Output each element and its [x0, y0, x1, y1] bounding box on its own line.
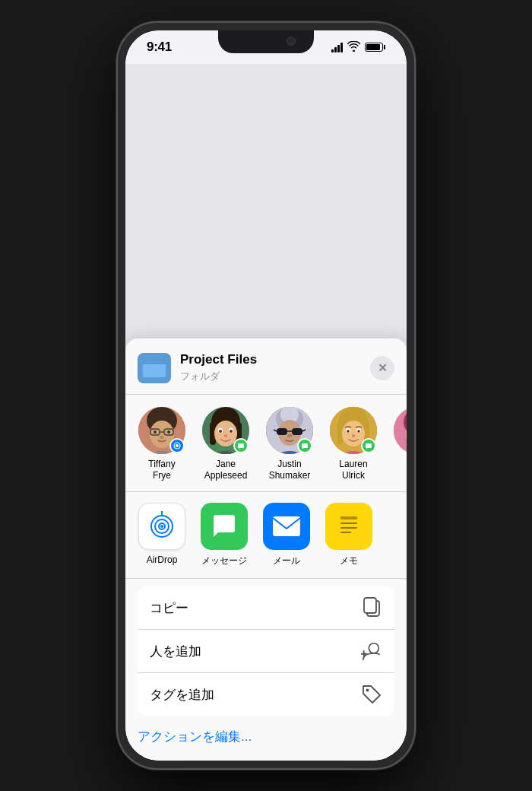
svg-rect-61 [340, 516, 357, 519]
edit-actions-link[interactable]: アクションを編集... [138, 729, 252, 744]
sheet-header: Project Files フォルダ ✕ [125, 338, 407, 394]
notch [218, 30, 314, 53]
svg-point-8 [160, 436, 164, 439]
sheet-title: Project Files [180, 352, 370, 367]
contact-avatar-wrapper-jane [202, 407, 249, 454]
sheet-subtitle: フォルダ [180, 370, 370, 383]
status-time: 9:41 [147, 40, 172, 55]
svg-rect-60 [340, 532, 351, 533]
share-sheet: Project Files フォルダ ✕ [125, 338, 407, 761]
messages-badge-lauren [361, 438, 376, 453]
wifi-icon [347, 41, 360, 54]
messages-badge-jane [233, 438, 249, 453]
phone-screen: 9:41 [125, 30, 407, 761]
battery-icon [365, 43, 385, 52]
add-person-label: 人を追加 [150, 643, 201, 660]
app-airdrop[interactable]: AirDrop [131, 503, 192, 567]
header-text: Project Files フォルダ [180, 352, 370, 383]
notes-label: メモ [340, 554, 358, 567]
contact-avatar-wrapper [138, 407, 185, 454]
copy-label: コピー [150, 599, 188, 617]
avatar-extra [394, 407, 407, 454]
add-person-action[interactable]: 人を追加 [138, 629, 394, 672]
contact-name-lauren: LaurenUlrick [339, 459, 367, 482]
copy-icon [361, 597, 382, 618]
messages-label: メッセージ [201, 554, 247, 567]
svg-point-45 [357, 430, 360, 433]
notes-app-icon [325, 503, 372, 550]
svg-point-6 [154, 430, 157, 434]
app-mail[interactable]: メール [256, 503, 317, 567]
status-icons [331, 41, 385, 54]
airdrop-label: AirDrop [147, 554, 178, 565]
close-button[interactable]: ✕ [370, 356, 394, 380]
action-list: コピー 人を追加 [138, 586, 394, 716]
svg-point-10 [176, 444, 179, 447]
app-notes[interactable]: メモ [318, 503, 379, 567]
folder-icon [138, 353, 171, 383]
add-person-icon [361, 640, 382, 662]
contact-tiffany[interactable]: TiffanyFrye [131, 407, 192, 482]
svg-point-7 [167, 430, 170, 434]
airdrop-badge [169, 438, 185, 453]
contact-avatar-wrapper-extra [394, 407, 407, 454]
tag-icon [361, 684, 382, 705]
copy-action[interactable]: コピー [138, 586, 394, 629]
svg-rect-29 [277, 428, 287, 435]
messages-badge-justin [297, 438, 312, 453]
svg-point-44 [347, 430, 350, 433]
add-tag-label: タグを追加 [150, 686, 214, 704]
svg-point-20 [219, 430, 222, 433]
contact-name-jane: JaneAppleseed [204, 459, 248, 482]
svg-point-34 [287, 434, 292, 437]
svg-point-64 [369, 643, 378, 653]
contact-name-justin: JustinShumaker [269, 459, 311, 482]
contact-avatar-wrapper-lauren [330, 407, 377, 454]
contact-avatar-wrapper-justin [266, 407, 313, 454]
svg-rect-59 [340, 527, 357, 529]
mail-label: メール [273, 554, 300, 567]
camera-notch [287, 37, 296, 46]
svg-rect-30 [292, 428, 302, 435]
svg-rect-58 [340, 523, 357, 524]
svg-point-21 [230, 430, 233, 433]
svg-rect-48 [394, 407, 407, 454]
add-tag-action[interactable]: タグを追加 [138, 672, 394, 716]
svg-point-46 [352, 434, 356, 437]
app-messages[interactable]: メッセージ [194, 503, 255, 567]
airdrop-app-icon [138, 503, 185, 550]
contact-extra[interactable] [387, 407, 407, 482]
contact-justin[interactable]: JustinShumaker [259, 407, 320, 482]
signal-bars-icon [331, 42, 343, 52]
phone-frame: 9:41 [118, 23, 414, 768]
svg-rect-39 [337, 421, 343, 445]
edit-actions-section: アクションを編集... [125, 716, 407, 761]
contact-jane[interactable]: JaneAppleseed [195, 407, 256, 482]
svg-point-54 [160, 525, 163, 528]
close-icon: ✕ [378, 362, 388, 373]
contact-lauren[interactable]: LaurenUlrick [323, 407, 384, 482]
svg-rect-56 [273, 516, 300, 536]
contacts-row: TiffanyFrye [125, 395, 407, 492]
svg-rect-63 [364, 598, 376, 613]
contact-name-tiffany: TiffanyFrye [148, 459, 175, 482]
apps-row: AirDrop メッセージ [125, 492, 407, 579]
svg-point-22 [224, 434, 228, 437]
mail-app-icon [263, 503, 310, 550]
messages-app-icon [201, 503, 248, 550]
svg-point-67 [366, 689, 369, 692]
